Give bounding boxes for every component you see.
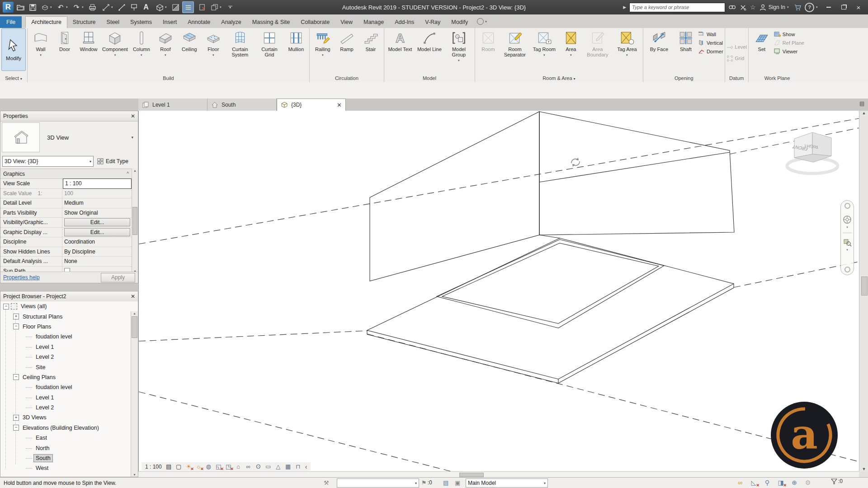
sign-in-label[interactable]: Sign In — [769, 4, 785, 10]
ribbon-tab[interactable]: Insert — [157, 17, 182, 28]
window-button[interactable]: Window — [77, 28, 100, 75]
ribbon-tab[interactable]: File — [0, 16, 22, 28]
measure-icon[interactable] — [100, 2, 111, 13]
shaft-button[interactable]: Shaft — [674, 28, 698, 75]
reveal-hidden-elements-icon[interactable]: ʘ — [255, 463, 262, 470]
ribbon-tab[interactable]: Manage — [358, 17, 389, 28]
scroll-up-icon[interactable]: ▴ — [133, 311, 135, 315]
tree-item[interactable]: foudation level — [0, 382, 138, 392]
scroll-down-icon[interactable]: ▾ — [133, 473, 135, 477]
scrollbar-thumb[interactable] — [132, 316, 137, 338]
tree-item[interactable]: Site — [0, 362, 138, 372]
reveal-constraints-icon[interactable]: ⊓ — [294, 463, 302, 470]
tree-item-label[interactable]: Floor Plans — [21, 323, 53, 330]
tree-expander-icon[interactable] — [26, 448, 32, 449]
tree-expander-icon[interactable] — [26, 357, 32, 357]
visual-style-icon[interactable]: ▢ — [175, 463, 183, 470]
tree-item-label[interactable]: Level 2 — [34, 353, 56, 361]
scrollbar-thumb[interactable] — [459, 473, 484, 477]
ribbon-tab[interactable]: View — [335, 17, 358, 28]
tree-item[interactable]: Level 2 — [0, 403, 138, 413]
ribbon-display-toggle[interactable]: ▾ — [473, 18, 491, 28]
restore-button[interactable] — [838, 3, 849, 12]
ribbon-tab[interactable]: V-Ray — [420, 17, 446, 28]
mullion-button[interactable]: Mullion — [284, 28, 308, 75]
zoom-tool-icon[interactable] — [843, 238, 852, 247]
type-preview-thumbnail[interactable] — [2, 122, 40, 152]
ribbon-tab[interactable]: Architecture — [25, 16, 67, 28]
dropdown-arrow-icon[interactable]: ▾ — [82, 5, 85, 9]
tree-item[interactable]: East — [0, 433, 138, 443]
area-button[interactable]: Area▾ — [559, 28, 583, 75]
tree-item[interactable]: + Structural Plans — [0, 311, 138, 321]
switch-windows-icon[interactable] — [209, 2, 220, 13]
tree-item-label[interactable]: Site — [34, 364, 47, 371]
customize-quick-access-toolbar-icon[interactable]: ▾ — [225, 2, 236, 13]
collapse-section-icon[interactable]: ^ — [127, 171, 129, 176]
tree-expander-icon[interactable]: − — [13, 324, 19, 329]
tree-expander-icon[interactable] — [26, 367, 32, 368]
project-browser-header[interactable]: Project Browser - Project2✕ — [0, 291, 138, 302]
thin-lines-icon[interactable] — [182, 1, 194, 13]
tree-item-label[interactable]: foudation level — [34, 384, 74, 391]
tree-item-label[interactable]: Structural Plans — [21, 313, 64, 320]
ribbon-tab[interactable]: Analyze — [216, 17, 246, 28]
ribbon-tab[interactable]: Massing & Site — [247, 17, 295, 28]
model-text-button[interactable]: AModel Text — [386, 28, 415, 75]
dropdown-arrow-icon[interactable]: ▾ — [66, 5, 70, 9]
apply-button[interactable]: Apply — [101, 273, 135, 282]
curtain-system-button[interactable]: Curtain System — [226, 28, 255, 75]
lock-3d-view-icon[interactable]: ⌂ — [235, 463, 242, 470]
edit-type-button[interactable]: Edit Type — [97, 156, 128, 167]
dropdown-arrow-icon[interactable]: ▾ — [816, 5, 820, 9]
opening-wall-button[interactable]: Wall — [698, 30, 723, 38]
set-work-plane-button[interactable]: Set — [750, 28, 774, 75]
property-row[interactable]: Show Hidden Lines By Discipline — [0, 247, 138, 257]
vertical-scrollbar[interactable]: ▲ ▼ — [859, 111, 868, 471]
navbar-pin-icon[interactable] — [844, 203, 850, 209]
tree-expander-icon[interactable]: − — [13, 374, 19, 380]
undo-icon[interactable]: ↶ — [55, 2, 66, 13]
horizontal-scrollbar[interactable] — [138, 471, 859, 478]
dropdown-arrow-icon[interactable]: ▾ — [165, 5, 169, 9]
selection-filter[interactable]: :0 — [831, 478, 843, 484]
temporary-hide-isolate-icon[interactable]: ∞ — [245, 463, 252, 470]
default-3d-view-icon[interactable] — [154, 2, 165, 13]
search-input[interactable] — [629, 3, 725, 12]
modify-button[interactable]: Modify — [1, 28, 26, 71]
ribbon-tab[interactable]: Annotate — [182, 17, 216, 28]
editing-requests-icon[interactable]: ⚑:0 — [421, 478, 432, 487]
property-row[interactable]: View Scale 1 : 100 — [0, 179, 138, 189]
tree-item[interactable]: − Elevations (Building Elevation) — [0, 423, 138, 433]
tree-item[interactable]: Level 1 — [0, 342, 138, 352]
property-row[interactable]: Discipline Coordination — [0, 237, 138, 247]
exchange-apps-icon[interactable] — [739, 4, 747, 11]
show-crop-region-icon[interactable]: ◳✕ — [225, 463, 232, 470]
property-row[interactable]: Detail Level Medium — [0, 198, 138, 208]
sign-in-account-icon[interactable]: Sign In — [759, 4, 785, 11]
tree-item[interactable]: Level 1 — [0, 393, 138, 403]
close-project-browser-icon[interactable]: ✕ — [131, 293, 135, 300]
tag-by-category-icon[interactable] — [128, 2, 139, 13]
shadows-icon[interactable]: ☼✕ — [195, 463, 203, 470]
ceiling-button[interactable]: Ceiling — [178, 28, 201, 75]
tree-item-label[interactable]: Level 1 — [34, 343, 56, 351]
select-elements-by-face-toggle[interactable]: ◨✕ — [777, 479, 785, 487]
view-tab-level-1[interactable]: Level 1 — [138, 99, 208, 111]
redo-icon[interactable]: ↷ — [71, 2, 82, 13]
ribbon-tab[interactable]: Modify — [446, 17, 473, 28]
scroll-down-icon[interactable]: ▼ — [862, 467, 866, 471]
ribbon-tab[interactable]: Add-Ins — [389, 17, 420, 28]
dropdown-arrow-icon[interactable]: ▾ — [787, 5, 791, 9]
tag-area-button[interactable]: Tag Area▾ — [613, 28, 642, 75]
show-work-plane-button[interactable]: Show — [774, 30, 804, 38]
tree-item[interactable]: + 3D Views — [0, 413, 138, 422]
open-icon[interactable] — [15, 2, 26, 13]
tree-expander-icon[interactable]: + — [13, 314, 19, 319]
worksharing-display-icon[interactable]: ▤ — [443, 478, 448, 487]
tree-item-label[interactable]: Level 2 — [34, 404, 56, 411]
tree-item-label[interactable]: Level 1 — [34, 394, 56, 401]
tree-item[interactable]: − Ceiling Plans — [0, 372, 138, 382]
view-tab-3d[interactable]: {3D} ✕ — [277, 99, 346, 111]
tree-expander-icon[interactable]: − — [3, 304, 9, 310]
